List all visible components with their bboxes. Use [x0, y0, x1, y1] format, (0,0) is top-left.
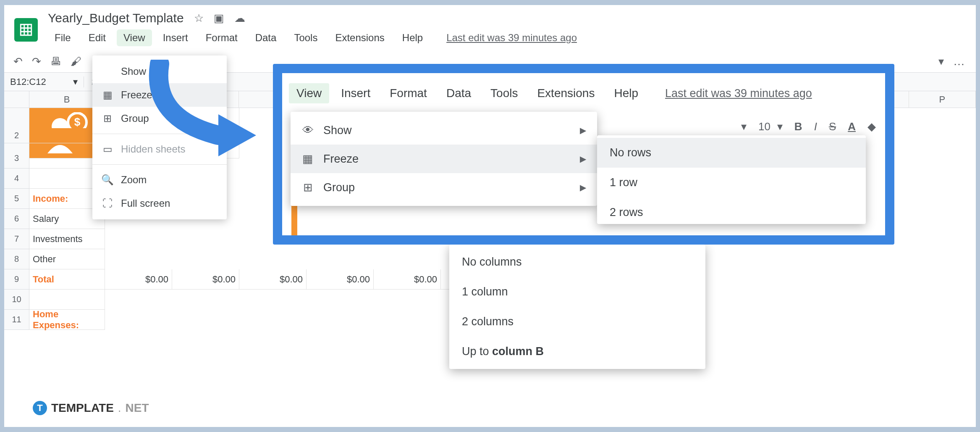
cell-home-expenses[interactable]: Home Expenses:	[29, 310, 105, 330]
col-header-p[interactable]: P	[909, 91, 976, 108]
app-window: Yearly_Budget Template ☆ ▣ ☁ File Edit V…	[4, 5, 976, 427]
freeze-no-columns[interactable]: No columns	[449, 247, 705, 277]
cell-total[interactable]: $0.00	[374, 269, 441, 290]
dropdown-caret-icon[interactable]: ▾	[741, 120, 747, 133]
undo-icon[interactable]: ↶	[13, 55, 23, 68]
callout-menu-view[interactable]: View	[289, 83, 329, 103]
menu-insert[interactable]: Insert	[156, 29, 195, 46]
italic-icon[interactable]: I	[814, 120, 817, 133]
row-header-11[interactable]: 11	[4, 310, 29, 330]
submenu-arrow-icon: ▶	[580, 154, 586, 164]
cell-total[interactable]: $0.00	[239, 269, 307, 290]
freeze-2-columns[interactable]: 2 columns	[449, 307, 705, 337]
view-menu-group[interactable]: ⊞Group	[92, 107, 227, 130]
menu-view[interactable]: View	[117, 29, 152, 46]
move-folder-icon[interactable]: ▣	[214, 12, 224, 25]
freeze-columns-submenu: No columns 1 column 2 columns Up to colu…	[449, 245, 705, 369]
row-header-8[interactable]: 8	[4, 249, 29, 269]
callout-view-freeze[interactable]: ▦Freeze ▶	[291, 145, 597, 173]
submenu-arrow-icon: ▶	[580, 125, 586, 135]
menu-format[interactable]: Format	[199, 29, 244, 46]
cell-total[interactable]: $0.00	[307, 269, 374, 290]
cloud-status-icon[interactable]: ☁	[234, 12, 245, 25]
cell[interactable]	[29, 290, 105, 310]
cell-total[interactable]: $0.00	[105, 269, 172, 290]
row-header-7[interactable]: 7	[4, 229, 29, 249]
callout-freeze-label: Freeze	[323, 153, 359, 166]
name-box[interactable]: B12:C12 ▾	[4, 76, 84, 87]
callout-menu-data[interactable]: Data	[439, 83, 479, 103]
menu-help[interactable]: Help	[396, 29, 430, 46]
row-header-2[interactable]: 2	[4, 128, 29, 143]
bold-icon[interactable]: B	[794, 120, 802, 133]
font-size-value[interactable]: 10	[758, 120, 770, 133]
view-menu-freeze[interactable]: ▦Freeze	[92, 83, 227, 107]
freeze-1-row[interactable]: 1 row	[597, 168, 866, 198]
row-header-10[interactable]: 10	[4, 290, 29, 310]
callout-menu-format[interactable]: Format	[382, 83, 435, 103]
freeze-2-rows[interactable]: 2 rows	[597, 198, 866, 221]
menu-extensions[interactable]: Extensions	[328, 29, 391, 46]
row-header-9[interactable]: 9	[4, 269, 29, 290]
freeze-1-column[interactable]: 1 column	[449, 277, 705, 307]
name-box-value: B12:C12	[10, 76, 46, 87]
callout-menu-tools[interactable]: Tools	[483, 83, 525, 103]
menu-tools[interactable]: Tools	[287, 29, 324, 46]
menu-data[interactable]: Data	[249, 29, 283, 46]
font-size-caret-icon[interactable]: ▾	[777, 120, 783, 133]
sheets-logo-icon[interactable]	[14, 18, 38, 42]
paint-format-icon[interactable]: 🖌	[71, 55, 81, 68]
callout-group-label: Group	[323, 181, 355, 194]
callout-menu-help[interactable]: Help	[606, 83, 646, 103]
hidden-icon: ▭	[102, 143, 113, 155]
fill-color-icon[interactable]: ◆	[867, 120, 876, 133]
svg-text:$: $	[74, 116, 81, 128]
view-menu-show[interactable]: Show	[92, 60, 227, 83]
callout-menu-insert[interactable]: Insert	[333, 83, 378, 103]
upto-prefix: Up to	[462, 345, 492, 358]
freeze-no-rows[interactable]: No rows	[597, 138, 866, 168]
name-box-dropdown-icon[interactable]: ▾	[73, 76, 78, 87]
upto-column-bold: column B	[492, 345, 544, 358]
view-menu-show-label: Show	[121, 66, 146, 77]
row-header-4[interactable]: 4	[4, 169, 29, 189]
filter-icon[interactable]: ▾	[938, 55, 944, 68]
print-icon[interactable]: 🖶	[50, 55, 61, 68]
watermark-dot: .	[118, 401, 121, 415]
callout-menu-extensions[interactable]: Extensions	[529, 83, 602, 103]
select-all-corner[interactable]	[4, 91, 29, 108]
callout-freeze-submenu: No rows 1 row 2 rows	[597, 135, 866, 224]
strikethrough-icon[interactable]: S	[829, 120, 836, 133]
freeze-upto-column-b[interactable]: Up to column B	[449, 337, 705, 366]
document-title[interactable]: Yearly_Budget Template	[48, 11, 184, 25]
row-header-6[interactable]: 6	[4, 209, 29, 229]
fullscreen-icon: ⛶	[102, 198, 113, 209]
menu-edit[interactable]: Edit	[82, 29, 113, 46]
watermark-brand: TEMPLATE	[51, 401, 114, 415]
view-menu-fullscreen[interactable]: ⛶Full screen	[92, 192, 227, 215]
group-icon: ⊞	[301, 181, 314, 194]
callout-last-edit[interactable]: Last edit was 39 minutes ago	[650, 87, 812, 100]
redo-icon[interactable]: ↷	[32, 55, 41, 68]
zoom-icon: 🔍	[102, 174, 113, 186]
toolbar-more-icon[interactable]: …	[953, 55, 967, 68]
cell-total[interactable]: $0.00	[172, 269, 239, 290]
menu-file[interactable]: File	[48, 29, 78, 46]
freeze-icon: ▦	[102, 89, 113, 101]
cell-total-label[interactable]: Total	[29, 269, 105, 290]
view-menu-zoom[interactable]: 🔍Zoom	[92, 168, 227, 192]
cell-investments[interactable]: Investments	[29, 229, 105, 249]
menu-separator	[92, 134, 227, 134]
freeze-icon: ▦	[301, 152, 314, 166]
last-edit-link[interactable]: Last edit was 39 minutes ago	[434, 32, 577, 44]
callout-toolbar: ▾ 10▾ B I S A ◆	[741, 120, 876, 133]
callout-view-show[interactable]: 👁Show ▶	[291, 116, 597, 145]
star-icon[interactable]: ☆	[194, 12, 204, 25]
row-header-3[interactable]: 3	[4, 148, 29, 169]
row-header-5[interactable]: 5	[4, 189, 29, 209]
text-color-icon[interactable]: A	[848, 120, 856, 133]
group-icon: ⊞	[102, 113, 113, 124]
view-menu-fullscreen-label: Full screen	[121, 198, 170, 209]
callout-view-group[interactable]: ⊞Group ▶	[291, 173, 597, 202]
cell-other[interactable]: Other	[29, 249, 105, 269]
